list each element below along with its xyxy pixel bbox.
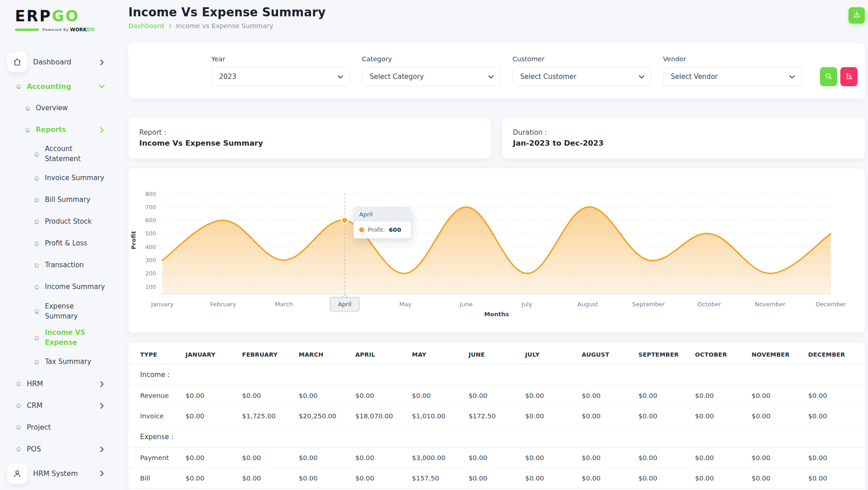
customer-select[interactable]: Select Customer (512, 67, 651, 86)
sidebar-item-hrm[interactable]: HRM (7, 377, 104, 392)
cell-value: $0.00 (525, 468, 582, 489)
svg-text:April: April (338, 301, 351, 308)
bullet-icon (16, 403, 21, 408)
sidebar-item-overview[interactable]: Overview (7, 101, 104, 116)
breadcrumb-dashboard-link[interactable]: Dashboard (128, 22, 164, 29)
customer-label: Customer (512, 55, 651, 63)
column-header: MARCH (299, 344, 356, 364)
year-select[interactable]: 2023 (211, 67, 350, 86)
row-label: Payment (128, 448, 185, 468)
svg-text:December: December (815, 301, 846, 308)
cell-value: $0.00 (751, 406, 808, 426)
search-button[interactable] (820, 67, 837, 86)
sidebar-item-crm[interactable]: CRM (7, 398, 104, 413)
sidebar-item-label: Income Summary (45, 282, 105, 292)
chevron-down-icon (488, 75, 494, 79)
sidebar-item-tax-summary[interactable]: Tax Summary (7, 355, 104, 370)
sidebar-item-transaction[interactable]: Transaction (7, 258, 104, 273)
sidebar-item-label: Account Statement (45, 144, 81, 164)
bullet-icon (34, 360, 39, 364)
table-row: Invoice$0.00$1,725.00$20,250.00$18,070.0… (128, 406, 865, 426)
cell-value: $0.00 (582, 448, 639, 468)
bullet-icon (16, 84, 21, 89)
row-label: Revenue (128, 386, 185, 406)
row-label: Bill (128, 468, 185, 489)
column-header: NOVEMBER (751, 344, 808, 364)
cell-value: $0.00 (751, 386, 808, 406)
sidebar-item-income-summary[interactable]: Income Summary (7, 280, 104, 295)
sidebar-item-label: Tax Summary (45, 357, 91, 367)
app-logo[interactable]: ERPGO Powered By WORKDO (7, 8, 126, 32)
svg-text:August: August (577, 301, 598, 308)
report-value: Income Vs Expense Summary (139, 139, 480, 147)
bullet-icon (16, 382, 21, 386)
sidebar-item-product-stock[interactable]: Product Stock (7, 215, 104, 230)
bullet-icon (34, 285, 39, 289)
cell-value: $0.00 (695, 448, 751, 468)
profit-area-chart[interactable]: 100200300400500600700800JanuaryFebruaryM… (128, 168, 859, 323)
sidebar-item-invoice-summary[interactable]: Invoice Summary (7, 171, 104, 186)
breadcrumb: Dashboard Income vs Expense Summary (128, 22, 326, 29)
category-select[interactable]: Select Category (362, 67, 501, 86)
user-icon (7, 464, 27, 484)
download-icon (853, 10, 861, 20)
cell-value: $0.00 (695, 406, 751, 426)
sidebar-item-label: Dashboard (33, 57, 71, 67)
main-content: Income Vs Expense Summary Dashboard Inco… (126, 0, 868, 490)
sidebar-item-label: Income VS Expense (45, 328, 85, 348)
logo-underline-bar (15, 29, 39, 31)
chevron-down-icon (337, 75, 343, 79)
breadcrumb-separator-icon (168, 23, 172, 29)
sidebar-item-label: POS (27, 444, 41, 454)
column-header: FEBRUARY (242, 344, 299, 364)
sidebar-item-project[interactable]: Project (7, 420, 104, 435)
category-label: Category (362, 55, 501, 63)
sidebar-item-account-statement[interactable]: Account Statement (7, 144, 104, 164)
logo-go: GO (52, 7, 79, 25)
cell-value: $0.00 (355, 448, 412, 468)
cell-value: $0.00 (808, 386, 865, 406)
sidebar-item-hrm-system[interactable]: HRM System (7, 464, 104, 484)
cell-value: $0.00 (695, 386, 751, 406)
sidebar-item-label: Overview (36, 103, 68, 113)
cell-value: $0.00 (299, 448, 356, 468)
sidebar-item-reports[interactable]: Reports (7, 122, 104, 137)
column-header: AUGUST (582, 344, 639, 364)
svg-text:Profit: Profit (130, 231, 137, 250)
sidebar-item-accounting[interactable]: Accounting (7, 79, 104, 94)
cell-value: $0.00 (355, 468, 412, 489)
sidebar-item-label: Transaction (45, 260, 84, 270)
cell-value: $0.00 (808, 468, 865, 489)
cell-value: $0.00 (695, 468, 751, 489)
download-button[interactable] (848, 7, 865, 24)
page-title: Income Vs Expense Summary (128, 5, 326, 19)
cell-value: $0.00 (242, 386, 299, 406)
sidebar-item-label: HRM System (33, 469, 78, 479)
column-header: JULY (525, 344, 582, 364)
cell-value: $0.00 (185, 468, 242, 489)
bullet-icon (16, 447, 21, 451)
cell-value: $0.00 (299, 468, 356, 489)
page-header: Income Vs Expense Summary Dashboard Inco… (128, 5, 865, 29)
sidebar-item-expense-summary[interactable]: Expense Summary (7, 302, 104, 322)
bullet-icon (34, 241, 39, 246)
section-row: Income : (128, 364, 865, 386)
cell-value: $0.00 (582, 468, 639, 489)
column-header: TYPE (128, 344, 185, 364)
sidebar-item-bill-summary[interactable]: Bill Summary (7, 193, 104, 208)
bullet-icon (25, 106, 30, 111)
svg-text:600: 600 (145, 217, 156, 224)
sidebar-item-pos[interactable]: POS (7, 442, 104, 457)
sidebar-item-income-vs-expense[interactable]: Income VS Expense (7, 328, 104, 348)
category-select-value: Select Category (370, 73, 424, 81)
cell-value: $0.00 (242, 448, 299, 468)
vendor-label: Vendor (663, 55, 802, 63)
reset-filter-button[interactable] (840, 67, 858, 86)
vendor-select[interactable]: Select Vendor (663, 67, 802, 86)
sidebar-item-dashboard[interactable]: Dashboard (7, 52, 104, 72)
income-expense-table-card: TYPEJANUARYFEBRUARYMARCHAPRILMAYJUNEJULY… (128, 343, 865, 490)
year-filter: Year 2023 (211, 55, 350, 86)
sidebar-item-profit-loss[interactable]: Profit & Loss (7, 236, 104, 251)
logo-subline: Powered By WORKDO (15, 27, 95, 32)
column-header: SEPTEMBER (639, 344, 695, 364)
